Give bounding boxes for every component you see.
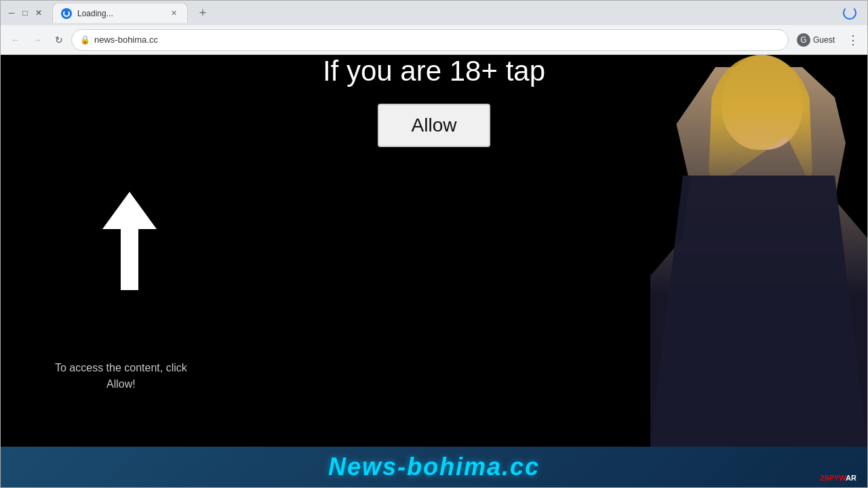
browser-tab[interactable]: Loading... ✕ bbox=[52, 3, 188, 23]
address-bar[interactable]: 🔒 news-bohima.cc bbox=[71, 29, 789, 51]
tab-close-button[interactable]: ✕ bbox=[168, 8, 179, 19]
browser-menu-button[interactable]: ⋮ bbox=[843, 30, 862, 49]
window-controls: ─ □ ✕ bbox=[6, 7, 44, 18]
tab-favicon bbox=[61, 8, 72, 19]
profile-avatar: G bbox=[797, 33, 810, 47]
lock-icon: 🔒 bbox=[80, 35, 90, 45]
arrow-head bbox=[102, 192, 157, 229]
footer-bar: News-bohima.cc 2SPYWAR bbox=[1, 447, 867, 487]
loading-indicator bbox=[843, 6, 856, 20]
refresh-button[interactable]: ↻ bbox=[50, 30, 68, 49]
allow-button[interactable]: Allow bbox=[378, 104, 491, 147]
profile-name: Guest bbox=[813, 35, 835, 45]
watermark-white: AR bbox=[846, 474, 856, 482]
title-bar: ─ □ ✕ Loading... ✕ + bbox=[1, 1, 867, 25]
caption-text: To access the content, click Allow! bbox=[55, 360, 187, 392]
watermark-red: 2SPYW bbox=[820, 474, 846, 482]
new-tab-button[interactable]: + bbox=[193, 3, 212, 22]
main-headline: If you are 18+ tap bbox=[1, 55, 867, 87]
caption-label: To access the content, click Allow! bbox=[55, 362, 187, 390]
arrow-shaft bbox=[121, 229, 138, 290]
tab-title: Loading... bbox=[77, 9, 163, 18]
forward-button[interactable]: → bbox=[28, 30, 47, 49]
center-content: If you are 18+ tap Allow bbox=[1, 55, 867, 147]
site-name: News-bohima.cc bbox=[328, 453, 540, 481]
browser-window: ─ □ ✕ Loading... ✕ + ← → ↻ 🔒 news-bohima… bbox=[0, 0, 868, 488]
url-display: news-bohima.cc bbox=[94, 35, 780, 45]
profile-button[interactable]: G Guest bbox=[791, 30, 840, 49]
back-button[interactable]: ← bbox=[6, 30, 25, 49]
webpage-content: If you are 18+ tap Allow To access the c… bbox=[1, 55, 867, 447]
person-jacket bbox=[650, 176, 867, 447]
maximize-button[interactable]: □ bbox=[20, 7, 31, 18]
minimize-button[interactable]: ─ bbox=[6, 7, 17, 18]
toolbar: ← → ↻ 🔒 news-bohima.cc G Guest ⋮ bbox=[1, 25, 867, 55]
up-arrow-icon bbox=[109, 192, 150, 290]
arrow-area bbox=[109, 192, 150, 290]
watermark: 2SPYWAR bbox=[820, 474, 856, 482]
close-button[interactable]: ✕ bbox=[33, 7, 44, 18]
